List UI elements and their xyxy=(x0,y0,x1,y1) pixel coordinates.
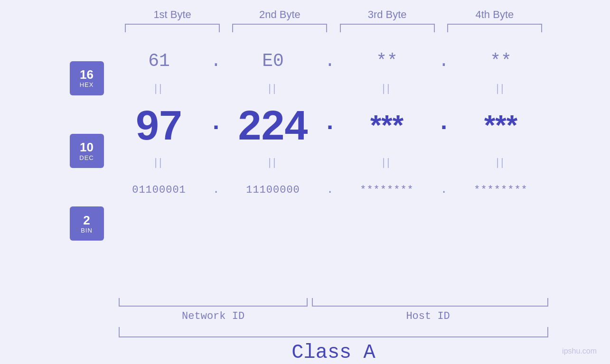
hex-b2-value: E0 xyxy=(262,51,284,71)
hex-b4-value: ** xyxy=(490,51,512,71)
dec-b4-cell: *** xyxy=(453,111,548,140)
hex-b1-cell: 61 xyxy=(112,51,206,71)
bin-dot2: . xyxy=(320,184,339,196)
sep1-s2: || xyxy=(225,82,320,94)
hex-b2-cell: E0 xyxy=(225,51,320,71)
byte2-header: 2nd Byte xyxy=(232,9,327,21)
dec-row: 97 . 224 . *** . *** xyxy=(112,97,548,154)
dec-b1-cell: 97 xyxy=(112,104,206,146)
id-labels: Network ID Host ID xyxy=(119,310,548,322)
dec-b1-value: 97 xyxy=(136,104,182,146)
top-brackets xyxy=(62,24,548,32)
dec-dot1: . xyxy=(206,109,225,142)
bin-badge-num: 2 xyxy=(83,214,90,227)
hex-badge-num: 16 xyxy=(80,68,94,82)
dec-b2-value: 224 xyxy=(238,104,308,146)
bin-b1-value: 01100001 xyxy=(132,184,186,196)
hex-badge-label: HEX xyxy=(80,81,94,88)
sep1-s1: || xyxy=(112,82,206,94)
bin-dot1: . xyxy=(206,184,225,196)
sep-row-2: || || || || xyxy=(112,154,548,171)
outer-bracket xyxy=(119,327,548,337)
bin-b3-value: ******** xyxy=(360,184,414,196)
dec-badge-num: 10 xyxy=(80,140,94,154)
dec-dot3: . xyxy=(434,109,453,142)
byte4-header: 4th Byte xyxy=(447,9,542,21)
host-id-bracket xyxy=(312,298,548,307)
hex-row: 61 . E0 . ** . ** xyxy=(112,42,548,80)
hex-dot2: . xyxy=(320,51,339,71)
hex-b3-cell: ** xyxy=(339,51,434,71)
dec-badge-label: DEC xyxy=(79,154,94,161)
sep2-s1: || xyxy=(112,156,206,168)
dec-b4-value: *** xyxy=(484,111,517,140)
bracket-b2 xyxy=(232,24,327,32)
bin-row: 01100001 . 11100000 . ******** . xyxy=(112,171,548,209)
byte3-header: 3rd Byte xyxy=(340,9,435,21)
dec-dot2: . xyxy=(320,109,339,142)
network-id-label: Network ID xyxy=(119,310,308,322)
bin-b2-value: 11100000 xyxy=(246,184,300,196)
bottom-area: Network ID Host ID Class A xyxy=(62,298,548,364)
bin-b3-cell: ******** xyxy=(339,184,434,196)
bin-b4-value: ******** xyxy=(474,184,528,196)
bottom-brackets xyxy=(119,298,548,308)
sep1-s3: || xyxy=(339,82,434,94)
bin-b4-cell: ******** xyxy=(453,184,548,196)
dec-b3-cell: *** xyxy=(339,111,434,140)
sep2-s2: || xyxy=(225,156,320,168)
dec-b2-cell: 224 xyxy=(225,104,320,146)
byte1-header: 1st Byte xyxy=(125,9,220,21)
bin-badge: 2 BIN xyxy=(70,206,104,241)
network-id-bracket xyxy=(119,298,308,307)
badges-column: 16 HEX 10 DEC 2 BIN xyxy=(62,32,112,298)
dec-b3-value: *** xyxy=(370,111,404,140)
hex-dot3: . xyxy=(434,51,453,71)
sep-row-1: || || || || xyxy=(112,80,548,97)
sep2-s4: || xyxy=(453,156,548,168)
bracket-b1 xyxy=(125,24,220,32)
hex-badge: 16 HEX xyxy=(70,61,104,95)
main-container: 1st Byte 2nd Byte 3rd Byte 4th Byte 16 H… xyxy=(0,0,610,364)
bracket-b4 xyxy=(447,24,542,32)
dec-badge: 10 DEC xyxy=(70,134,104,168)
values-area: 61 . E0 . ** . ** xyxy=(112,32,548,298)
byte-headers: 1st Byte 2nd Byte 3rd Byte 4th Byte xyxy=(62,9,548,21)
bin-dot3: . xyxy=(434,184,453,196)
bracket-b3 xyxy=(340,24,435,32)
hex-dot1: . xyxy=(206,51,225,71)
hex-b4-cell: ** xyxy=(453,51,548,71)
class-label: Class A xyxy=(119,341,548,364)
bin-b2-cell: 11100000 xyxy=(225,184,320,196)
watermark: ipshu.com xyxy=(562,347,597,355)
hex-b1-value: 61 xyxy=(148,51,170,71)
host-id-label: Host ID xyxy=(308,310,548,322)
bin-b1-cell: 01100001 xyxy=(112,184,206,196)
main-content: 16 HEX 10 DEC 2 BIN 61 . xyxy=(62,32,548,298)
sep1-s4: || xyxy=(453,82,548,94)
sep2-s3: || xyxy=(339,156,434,168)
bin-badge-label: BIN xyxy=(81,227,93,234)
hex-b3-value: ** xyxy=(376,51,398,71)
